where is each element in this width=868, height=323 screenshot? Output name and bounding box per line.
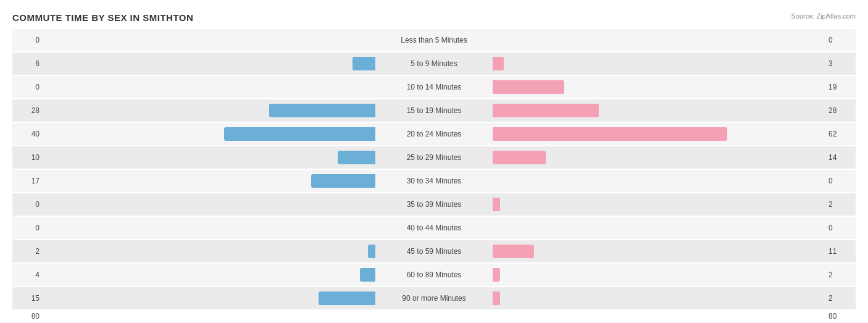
chart-row: 10 25 to 29 Minutes 14 — [12, 146, 856, 169]
left-value: 6 — [12, 59, 43, 68]
left-value: 0 — [12, 200, 43, 209]
female-bar — [493, 268, 500, 282]
chart-row: 0 35 to 39 Minutes 2 — [12, 193, 856, 216]
bar-section: 10 to 14 Minutes — [43, 76, 825, 98]
chart-area: 0 Less than 5 Minutes 0 6 5 to 9 Minutes — [12, 29, 856, 309]
right-value: 0 — [825, 36, 856, 44]
right-value: 62 — [825, 130, 856, 138]
row-label: 10 to 14 Minutes — [407, 83, 462, 91]
female-bar — [493, 245, 534, 258]
right-value: 14 — [825, 153, 856, 162]
female-bar — [493, 80, 564, 94]
left-value: 4 — [12, 271, 43, 279]
bar-section: 30 to 34 Minutes — [43, 170, 825, 192]
right-value: 0 — [825, 224, 856, 232]
right-value: 2 — [825, 200, 856, 209]
row-label: 25 to 29 Minutes — [407, 153, 462, 162]
row-label: 45 to 59 Minutes — [407, 247, 462, 256]
chart-row: 17 30 to 34 Minutes 0 — [12, 170, 856, 192]
right-value: 2 — [825, 294, 856, 303]
chart-row: 15 90 or more Minutes 2 — [12, 287, 856, 309]
left-value: 17 — [12, 177, 43, 185]
left-value: 0 — [12, 224, 43, 232]
bar-section: 20 to 24 Minutes — [43, 123, 825, 145]
male-bar — [368, 245, 375, 258]
female-bar — [493, 151, 546, 164]
right-value: 3 — [825, 59, 856, 68]
male-bar — [269, 104, 375, 117]
chart-title: COMMUTE TIME BY SEX IN SMITHTON — [12, 12, 856, 23]
right-value: 19 — [825, 83, 856, 91]
right-value: 0 — [825, 177, 856, 185]
chart-row: 0 Less than 5 Minutes 0 — [12, 29, 856, 51]
row-label: 40 to 44 Minutes — [407, 224, 462, 232]
row-label: 30 to 34 Minutes — [407, 177, 462, 185]
right-value: 11 — [825, 247, 856, 256]
row-label: 35 to 39 Minutes — [407, 200, 462, 209]
left-value: 15 — [12, 294, 43, 303]
bar-section: 25 to 29 Minutes — [43, 146, 825, 169]
chart-row: 0 10 to 14 Minutes 19 — [12, 76, 856, 98]
chart-row: 4 60 to 89 Minutes 2 — [12, 264, 856, 286]
bar-section: 15 to 19 Minutes — [43, 99, 825, 122]
left-value: 2 — [12, 247, 43, 256]
right-value: 2 — [825, 271, 856, 279]
chart-row: 40 20 to 24 Minutes 62 — [12, 123, 856, 145]
row-label: 90 or more Minutes — [402, 294, 465, 303]
female-bar — [493, 57, 504, 70]
female-bar — [493, 104, 599, 117]
row-label: 60 to 89 Minutes — [407, 271, 462, 279]
chart-row: 2 45 to 59 Minutes 11 — [12, 240, 856, 262]
left-value: 28 — [12, 106, 43, 115]
bar-section: 90 or more Minutes — [43, 287, 825, 309]
bar-section: 35 to 39 Minutes — [43, 193, 825, 216]
source-label: Source: ZipAtlas.com — [791, 12, 856, 20]
row-label: 20 to 24 Minutes — [407, 130, 462, 138]
axis-right: 80 — [825, 312, 856, 321]
female-bar — [493, 198, 500, 211]
right-value: 28 — [825, 106, 856, 115]
row-label: 5 to 9 Minutes — [411, 59, 457, 68]
left-value: 40 — [12, 130, 43, 138]
male-bar — [360, 268, 375, 282]
chart-row: 6 5 to 9 Minutes 3 — [12, 52, 856, 75]
bar-section: 40 to 44 Minutes — [43, 217, 825, 239]
chart-row: 0 40 to 44 Minutes 0 — [12, 217, 856, 239]
chart-container: COMMUTE TIME BY SEX IN SMITHTON Source: … — [12, 12, 856, 323]
left-value: 0 — [12, 83, 43, 91]
male-bar — [319, 292, 375, 305]
left-value: 0 — [12, 36, 43, 44]
bar-section: 60 to 89 Minutes — [43, 264, 825, 286]
female-bar — [493, 127, 727, 141]
male-bar — [224, 127, 375, 141]
male-bar — [353, 57, 375, 70]
chart-row: 28 15 to 19 Minutes 28 — [12, 99, 856, 122]
bar-section: Less than 5 Minutes — [43, 29, 825, 51]
axis-left: 80 — [12, 312, 43, 321]
axis-row: 80 80 — [12, 312, 856, 321]
female-bar — [493, 292, 500, 305]
row-label: Less than 5 Minutes — [401, 36, 467, 44]
bar-section: 5 to 9 Minutes — [43, 52, 825, 75]
bar-section: 45 to 59 Minutes — [43, 240, 825, 262]
male-bar — [311, 174, 375, 188]
left-value: 10 — [12, 153, 43, 162]
male-bar — [338, 151, 375, 164]
row-label: 15 to 19 Minutes — [407, 106, 462, 115]
